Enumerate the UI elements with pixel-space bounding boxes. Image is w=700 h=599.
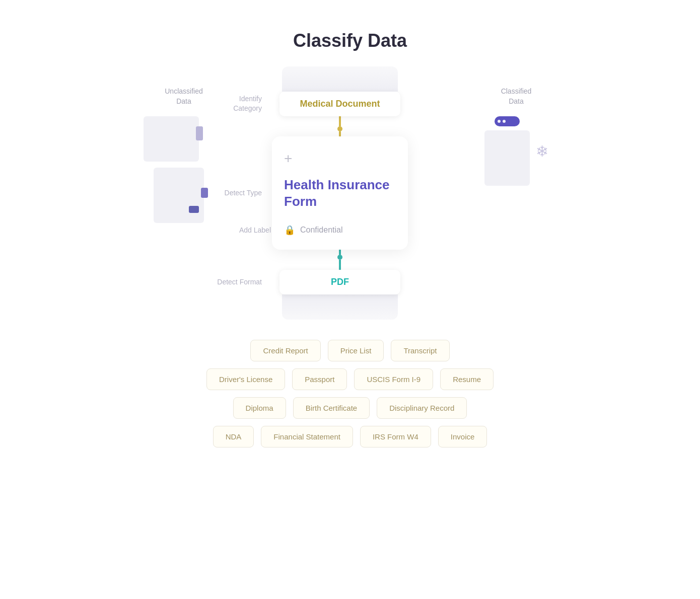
chips-row-3: Diploma Birth Certificate Disciplinary R… (233, 397, 467, 419)
right-panel: ClassifiedData ❄ (466, 66, 567, 186)
main-card: + Health Insurance Form Add Label 🔒 Conf… (272, 136, 408, 250)
format-badge: PDF (279, 270, 400, 294)
bar-dot-1 (498, 120, 501, 123)
chips-row-2: Driver's License Passport USCIS Form I-9… (206, 368, 494, 390)
yellow-connector-dot (337, 126, 342, 131)
card-label-row: 🔒 Confidential (284, 224, 396, 236)
chip-financial-statement[interactable]: Financial Statement (261, 426, 353, 447)
chip-disciplinary-record[interactable]: Disciplinary Record (377, 397, 467, 419)
classified-doc-box (484, 130, 530, 186)
snowflake-icon: ❄ (536, 142, 548, 160)
bar-dot-2 (503, 120, 506, 123)
chip-uscis-form[interactable]: USCIS Form I-9 (354, 368, 433, 390)
card-document-title: Health Insurance Form (284, 177, 396, 209)
pipeline: IdentifyCategory Medical Document Detect… (244, 66, 436, 320)
detect-format-label: Detect Format (171, 277, 262, 287)
teal-connector-line-2 (339, 260, 341, 270)
doc-accent-3 (189, 206, 199, 213)
add-label-section: Add Label 🔒 Confidential (284, 224, 396, 236)
confidential-text: Confidential (300, 226, 343, 235)
main-layout: UnclassifiedData IdentifyCategory Medica… (0, 66, 700, 320)
identify-category-label: IdentifyCategory (171, 94, 262, 114)
chips-row-4: NDA Financial Statement IRS Form W4 Invo… (213, 426, 487, 447)
identify-category-row: IdentifyCategory Medical Document (272, 92, 408, 116)
yellow-connector-line-2 (339, 131, 341, 136)
classified-bar (495, 116, 520, 126)
teal-connector-dot (337, 255, 342, 260)
classified-label: ClassifiedData (501, 87, 532, 106)
page-title: Classify Data (0, 0, 700, 51)
chip-drivers-license[interactable]: Driver's License (206, 368, 285, 390)
classified-docs: ❄ (484, 116, 548, 186)
detect-format-row: Detect Format PDF (272, 270, 408, 294)
chip-credit-report[interactable]: Credit Report (250, 340, 320, 361)
yellow-connector-line (339, 116, 341, 126)
chip-invoice[interactable]: Invoice (438, 426, 487, 447)
format-text: PDF (331, 277, 349, 287)
unclassified-docs (144, 116, 224, 223)
doc-accent-1 (196, 126, 203, 140)
bottom-connector-bar (282, 294, 398, 320)
classified-doc-group (484, 116, 530, 186)
chip-birth-certificate[interactable]: Birth Certificate (293, 397, 370, 419)
chip-diploma[interactable]: Diploma (233, 397, 286, 419)
chip-irs-form[interactable]: IRS Form W4 (360, 426, 431, 447)
category-text: Medical Document (300, 99, 380, 109)
add-label-side-label: Add Label (185, 226, 271, 234)
teal-connector-line-1 (339, 250, 341, 255)
chip-resume[interactable]: Resume (440, 368, 494, 390)
card-plus-icon[interactable]: + (284, 151, 396, 167)
detect-type-label: Detect Type (171, 188, 262, 198)
lock-icon: 🔒 (284, 224, 295, 236)
detect-type-row: Detect Type + Health Insurance Form Add … (272, 136, 408, 250)
chip-price-list[interactable]: Price List (328, 340, 384, 361)
chip-nda[interactable]: NDA (213, 426, 254, 447)
chip-transcript[interactable]: Transcript (391, 340, 449, 361)
category-badge: Medical Document (279, 92, 400, 116)
top-connector-bar (282, 66, 398, 92)
chip-passport[interactable]: Passport (292, 368, 347, 390)
chips-row-1: Credit Report Price List Transcript (250, 340, 449, 361)
unclassified-doc-1 (144, 116, 199, 162)
chips-section: Credit Report Price List Transcript Driv… (0, 320, 700, 468)
left-panel: UnclassifiedData (133, 66, 234, 223)
